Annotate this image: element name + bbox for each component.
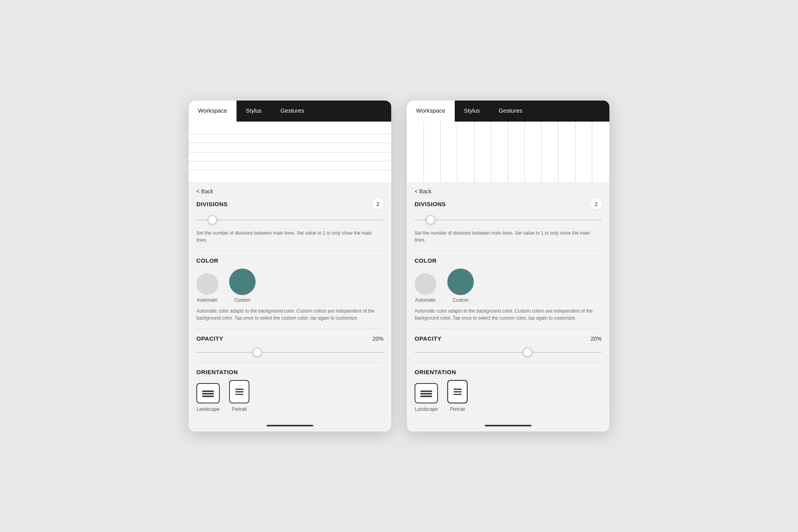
right-panel: Workspace Stylus Gestures < Back DI bbox=[407, 101, 609, 431]
content-right: < Back DIVISIONS 2 Set the number of div… bbox=[407, 182, 609, 420]
svg-rect-4 bbox=[235, 391, 244, 392]
custom-circle-left[interactable] bbox=[229, 269, 256, 295]
auto-label-right: Automatic bbox=[415, 297, 436, 303]
svg-rect-9 bbox=[454, 389, 462, 390]
svg-rect-10 bbox=[454, 391, 462, 392]
tab-bar-right: Workspace Stylus Gestures bbox=[407, 101, 609, 122]
orientation-icons-right: Landscape Portrait bbox=[415, 380, 602, 412]
auto-circle-right[interactable] bbox=[415, 273, 436, 295]
tab-workspace-left[interactable]: Workspace bbox=[189, 101, 237, 122]
back-button-left[interactable]: < Back bbox=[196, 182, 213, 198]
landscape-icon-left[interactable] bbox=[196, 383, 220, 403]
svg-rect-2 bbox=[202, 396, 214, 397]
opacity-slider-left[interactable] bbox=[196, 346, 383, 358]
auto-label-left: Automatic bbox=[197, 297, 217, 303]
svg-rect-1 bbox=[202, 393, 214, 394]
svg-rect-7 bbox=[420, 393, 432, 394]
content-left: < Back DIVISIONS 2 Set the number of div… bbox=[189, 182, 391, 420]
custom-label-right: Custom bbox=[452, 297, 468, 303]
opacity-value-right: 20% bbox=[591, 336, 602, 342]
opacity-title-right: OPACITY bbox=[415, 335, 441, 342]
left-panel: Workspace Stylus Gestures < Back DIVISIO… bbox=[189, 101, 391, 431]
tab-gestures-right[interactable]: Gestures bbox=[489, 101, 532, 122]
orientation-icons-left: Landscape Portrait bbox=[196, 380, 383, 412]
divisions-thumb-right[interactable] bbox=[426, 215, 435, 224]
divisions-thumb-left[interactable] bbox=[208, 215, 217, 224]
landscape-icon-right[interactable] bbox=[415, 383, 438, 403]
color-header-right: COLOR bbox=[415, 257, 602, 264]
tab-workspace-right[interactable]: Workspace bbox=[407, 101, 455, 122]
color-header-left: COLOR bbox=[196, 257, 383, 264]
auto-circle-left[interactable] bbox=[196, 273, 218, 295]
orientation-header-left: ORIENTATION bbox=[196, 369, 383, 375]
divider-3-right bbox=[415, 362, 602, 362]
opacity-track-right bbox=[415, 352, 602, 353]
landscape-option-right[interactable]: Landscape bbox=[415, 383, 438, 412]
divisions-value-right: 2 bbox=[591, 198, 602, 209]
custom-circle-right[interactable] bbox=[447, 269, 474, 295]
grid-preview-left bbox=[189, 122, 391, 182]
divisions-slider-right[interactable] bbox=[415, 214, 602, 226]
custom-label-left: Custom bbox=[234, 297, 250, 303]
orientation-title-right: ORIENTATION bbox=[415, 369, 456, 375]
orientation-title-left: ORIENTATION bbox=[196, 369, 238, 375]
opacity-header-right: OPACITY 20% bbox=[415, 335, 602, 342]
opacity-value-left: 20% bbox=[373, 336, 383, 342]
color-desc-left: Automatic color adapts to the background… bbox=[196, 308, 383, 322]
back-button-right[interactable]: < Back bbox=[415, 182, 431, 198]
divisions-desc-right: Set the number of divisions between main… bbox=[415, 230, 602, 244]
tab-gestures-left[interactable]: Gestures bbox=[271, 101, 314, 122]
svg-rect-5 bbox=[235, 394, 244, 395]
landscape-option-left[interactable]: Landscape bbox=[196, 383, 220, 412]
divisions-header-left: DIVISIONS 2 bbox=[196, 198, 383, 209]
orientation-header-right: ORIENTATION bbox=[415, 369, 602, 375]
portrait-icon-right[interactable] bbox=[447, 380, 468, 403]
svg-rect-8 bbox=[420, 396, 432, 397]
divisions-slider-left[interactable] bbox=[196, 214, 383, 226]
divider-2-left bbox=[196, 329, 383, 329]
divisions-title-right: DIVISIONS bbox=[415, 201, 446, 207]
tab-stylus-right[interactable]: Stylus bbox=[455, 101, 489, 122]
divider-3-left bbox=[196, 362, 383, 362]
swatch-custom-right[interactable]: Custom bbox=[447, 269, 474, 303]
portrait-icon-left[interactable] bbox=[229, 380, 249, 403]
grid-preview-right bbox=[407, 122, 609, 182]
portrait-label-left: Portrait bbox=[232, 407, 247, 412]
divisions-track-left bbox=[196, 219, 383, 220]
color-swatches-left: Automatic Custom bbox=[196, 269, 383, 303]
opacity-header-left: OPACITY 20% bbox=[196, 335, 383, 342]
svg-rect-0 bbox=[202, 391, 214, 392]
portrait-label-right: Portrait bbox=[450, 407, 465, 412]
divider-1-right bbox=[415, 251, 602, 251]
divider-2-right bbox=[415, 329, 602, 329]
tab-stylus-left[interactable]: Stylus bbox=[237, 101, 271, 122]
home-indicator-left bbox=[189, 420, 391, 431]
grid-lines-right bbox=[407, 122, 609, 182]
landscape-label-right: Landscape bbox=[415, 407, 438, 412]
color-title-left: COLOR bbox=[196, 257, 219, 264]
home-bar-right bbox=[485, 425, 531, 426]
svg-rect-3 bbox=[235, 389, 244, 390]
svg-rect-11 bbox=[454, 394, 462, 395]
grid-lines-left bbox=[189, 122, 391, 182]
opacity-thumb-left[interactable] bbox=[252, 348, 262, 357]
portrait-option-right[interactable]: Portrait bbox=[447, 380, 468, 412]
portrait-option-left[interactable]: Portrait bbox=[229, 380, 249, 412]
opacity-track-left bbox=[196, 352, 383, 353]
divisions-track-right bbox=[415, 219, 602, 220]
divisions-value-left: 2 bbox=[373, 198, 383, 209]
color-desc-right: Automatic color adapts to the background… bbox=[415, 308, 602, 322]
color-swatches-right: Automatic Custom bbox=[415, 269, 602, 303]
home-bar-left bbox=[267, 425, 313, 426]
opacity-thumb-right[interactable] bbox=[523, 348, 532, 357]
opacity-title-left: OPACITY bbox=[196, 335, 223, 342]
swatch-auto-left[interactable]: Automatic bbox=[196, 273, 218, 303]
color-title-right: COLOR bbox=[415, 257, 437, 264]
swatch-auto-right[interactable]: Automatic bbox=[415, 273, 436, 303]
divider-1-left bbox=[196, 251, 383, 251]
home-indicator-right bbox=[407, 420, 609, 431]
svg-rect-6 bbox=[420, 391, 432, 392]
opacity-slider-right[interactable] bbox=[415, 346, 602, 358]
swatch-custom-left[interactable]: Custom bbox=[229, 269, 256, 303]
divisions-desc-left: Set the number of divisions between main… bbox=[196, 230, 383, 244]
